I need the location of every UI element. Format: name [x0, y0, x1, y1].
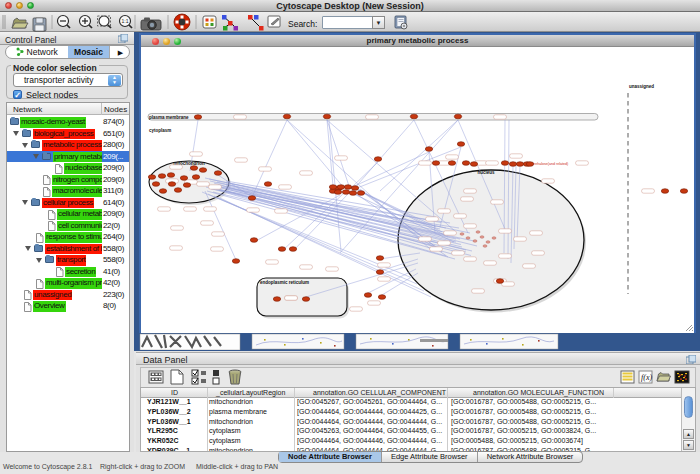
svg-text:endoplasmic reticulum: endoplasmic reticulum — [260, 280, 309, 285]
svg-text:plasma membrane: plasma membrane — [149, 115, 189, 120]
svg-text:f(x): f(x) — [641, 373, 652, 382]
svg-text:nucleus: nucleus — [477, 170, 495, 175]
svg-text:unassigned: unassigned — [629, 84, 654, 89]
svg-text:trehalose(and related): trehalose(and related) — [533, 162, 568, 166]
svg-text:1:1: 1:1 — [122, 18, 129, 24]
svg-text:cytoplasm: cytoplasm — [149, 128, 171, 133]
